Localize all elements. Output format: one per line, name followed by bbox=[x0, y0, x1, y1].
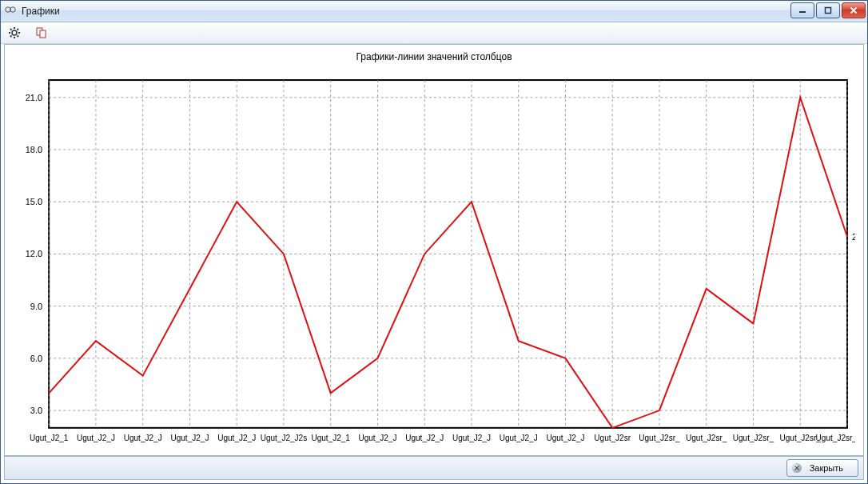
settings-button[interactable] bbox=[7, 26, 22, 40]
svg-point-1 bbox=[10, 7, 15, 12]
x-tick-label: Ugut_J2_J bbox=[217, 434, 256, 442]
x-tick-label: Ugut_J2_J bbox=[405, 434, 444, 442]
series-label: 2_51 bbox=[852, 232, 855, 242]
toolbar bbox=[1, 22, 867, 44]
x-tick-label: Ugut_J2_J bbox=[452, 434, 491, 442]
x-tick-label: Ugut_J2_1 bbox=[311, 434, 350, 442]
x-tick-label: Ugut_J2sr_J3_30 bbox=[816, 434, 855, 442]
x-tick-label: Ugut_J2_J bbox=[546, 434, 584, 442]
titlebar: Графики bbox=[1, 1, 867, 22]
svg-line-13 bbox=[18, 29, 19, 30]
x-tick-label: Ugut_J2sr_ bbox=[733, 434, 774, 442]
svg-point-6 bbox=[12, 30, 17, 35]
minimize-button[interactable] bbox=[790, 2, 814, 18]
y-tick-label: 9.0 bbox=[30, 302, 42, 311]
y-tick-label: 15.0 bbox=[26, 197, 42, 206]
svg-point-0 bbox=[6, 7, 10, 12]
svg-line-14 bbox=[10, 36, 12, 38]
window-title: Графики bbox=[22, 6, 60, 17]
footer-bar: Закрыть bbox=[4, 456, 864, 480]
svg-line-12 bbox=[18, 36, 19, 38]
x-tick-label: Ugut_J2_J2s bbox=[261, 434, 308, 442]
x-tick-label: Ugut_J2sr bbox=[594, 434, 631, 442]
x-tick-label: Ugut_J2_J bbox=[500, 434, 538, 442]
maximize-button[interactable] bbox=[816, 2, 840, 18]
copy-icon bbox=[35, 26, 48, 39]
close-button[interactable]: Закрыть bbox=[786, 459, 858, 477]
svg-rect-3 bbox=[826, 8, 831, 14]
copy-button[interactable] bbox=[34, 26, 49, 40]
close-circle-icon bbox=[792, 463, 802, 473]
data-line bbox=[49, 98, 847, 428]
x-tick-label: Ugut_J2_J bbox=[170, 434, 209, 442]
x-tick-label: Ugut_J2_J bbox=[77, 434, 115, 442]
y-tick-label: 18.0 bbox=[26, 145, 42, 154]
svg-rect-16 bbox=[40, 30, 46, 38]
close-button-label: Закрыть bbox=[810, 463, 843, 473]
line-chart: 3.06.09.012.015.018.021.0Ugut_J2_1Ugut_J… bbox=[13, 72, 855, 450]
x-tick-label: Ugut_J2sr_ bbox=[780, 434, 822, 442]
window-controls bbox=[790, 2, 866, 18]
x-tick-label: Ugut_J2_J bbox=[358, 434, 396, 442]
chart-area: 3.06.09.012.015.018.021.0Ugut_J2_1Ugut_J… bbox=[13, 72, 855, 450]
y-tick-label: 12.0 bbox=[26, 249, 42, 258]
app-window: Графики bbox=[0, 0, 868, 484]
x-tick-label: Ugut_J2_J bbox=[124, 434, 162, 442]
y-tick-label: 21.0 bbox=[26, 93, 42, 102]
y-tick-label: 3.0 bbox=[30, 406, 42, 415]
x-tick-label: Ugut_J2sr_ bbox=[639, 434, 680, 442]
close-window-button[interactable] bbox=[842, 2, 866, 18]
chart-panel: Графики-линии значений столбцов 3.06.09.… bbox=[4, 44, 864, 456]
app-icon bbox=[4, 5, 17, 18]
y-tick-label: 6.0 bbox=[30, 354, 42, 363]
svg-line-11 bbox=[10, 29, 12, 30]
x-tick-label: Ugut_J2_1 bbox=[30, 434, 69, 442]
x-tick-label: Ugut_J2sr_ bbox=[686, 434, 727, 442]
chart-title: Графики-линии значений столбцов bbox=[5, 45, 863, 67]
svg-rect-17 bbox=[49, 80, 847, 428]
gear-icon bbox=[8, 26, 21, 39]
